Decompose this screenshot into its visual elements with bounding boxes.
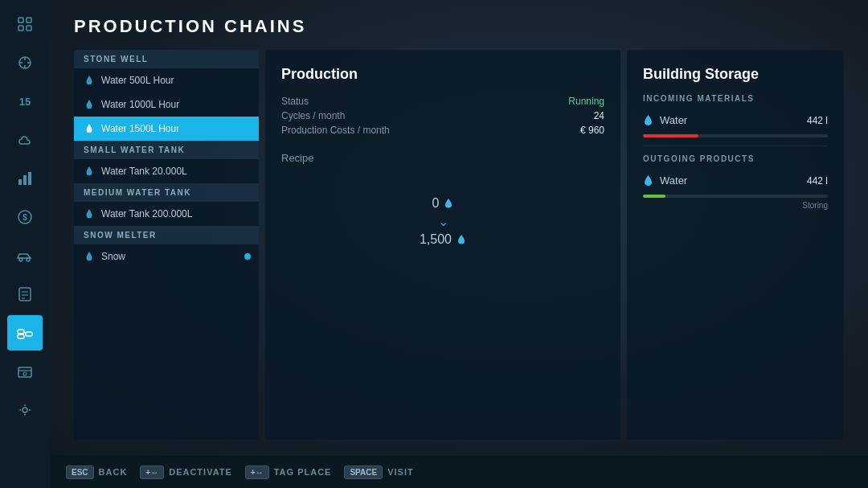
incoming-water-item: Water 442 l (643, 109, 828, 131)
deactivate-key[interactable]: +↔ (140, 465, 164, 479)
svg-text:$: $ (23, 213, 27, 222)
stat-value-cycles: 24 (594, 110, 604, 121)
sidebar-item-storage[interactable] (7, 354, 43, 389)
water-drop-icon-6 (84, 251, 95, 262)
outgoing-products-label: OUTGOING PRODUCTS (643, 154, 828, 163)
svg-rect-0 (18, 18, 23, 23)
esc-label: BACK (99, 467, 128, 477)
main-content: PRODUCTION CHAINS STONE WELL Water 500L … (50, 0, 868, 456)
outgoing-progress-container (643, 195, 828, 198)
recipe-label: Recipe (281, 152, 604, 164)
incoming-progress-container (643, 134, 828, 137)
outgoing-storing-label: Storing (643, 201, 828, 210)
svg-point-10 (19, 258, 23, 261)
svg-rect-3 (27, 26, 31, 31)
recipe-arrow-icon: ⌄ (438, 214, 448, 229)
water-drop-icon-5 (84, 208, 95, 219)
water-drop-icon-3 (84, 123, 95, 134)
category-snow-melter: SNOW MELTER (74, 226, 259, 244)
chain-item-snow[interactable]: Snow (74, 244, 259, 269)
stat-value-status: Running (568, 96, 604, 107)
sidebar-item-stats[interactable] (7, 161, 43, 196)
sidebar: 15 $ (0, 0, 50, 488)
esc-key[interactable]: ESC (66, 465, 94, 479)
active-dot (244, 125, 251, 132)
water-drop-output (457, 234, 466, 245)
recipe-output-value: 1,500 (420, 232, 466, 247)
svg-rect-6 (23, 175, 27, 185)
stat-label-costs: Production Costs / month (281, 125, 390, 136)
sidebar-item-tasks[interactable] (7, 277, 43, 312)
category-small-water-tank: SMALL WATER TANK (74, 141, 259, 159)
incoming-water-name: Water (660, 114, 807, 126)
storage-panel: Building Storage INCOMING MATERIALS Wate… (627, 50, 844, 440)
svg-rect-16 (18, 330, 24, 334)
svg-rect-2 (18, 26, 23, 31)
svg-point-22 (23, 408, 27, 412)
svg-line-19 (24, 332, 26, 334)
stat-value-costs: € 960 (580, 125, 604, 136)
chain-item-tank-200000[interactable]: Water Tank 200.000L (74, 202, 259, 226)
sidebar-item-vehicles[interactable] (7, 238, 43, 273)
sidebar-item-money[interactable]: $ (7, 199, 43, 235)
svg-point-21 (23, 372, 27, 375)
incoming-water-icon (643, 114, 653, 126)
svg-rect-1 (27, 18, 31, 23)
sidebar-item-production[interactable] (7, 45, 43, 80)
production-stats: Status Running Cycles / month 24 Product… (281, 96, 604, 136)
chain-item-label: Water 500L Hour (101, 75, 174, 86)
hotkey-deactivate: +↔ DEACTIVATE (140, 465, 232, 479)
water-drop-icon-4 (84, 166, 95, 177)
svg-rect-5 (18, 179, 22, 185)
recipe-section: Recipe 0 ⌄ 1,500 (281, 152, 604, 424)
recipe-visual: 0 ⌄ 1,500 (281, 180, 604, 263)
water-drop-small (444, 198, 453, 209)
chain-item-label-5: Water Tank 200.000L (101, 208, 192, 219)
stat-row-costs: Production Costs / month € 960 (281, 125, 604, 136)
chain-item-water-1500[interactable]: Water 1500L Hour (74, 117, 259, 141)
water-drop-icon-2 (84, 99, 95, 110)
space-key[interactable]: SPACE (344, 465, 383, 479)
storage-divider (643, 146, 828, 146)
water-drop-icon (84, 75, 95, 86)
chain-item-label-6: Snow (101, 251, 125, 262)
chain-item-label-4: Water Tank 20.000L (101, 166, 187, 177)
sidebar-item-map[interactable] (7, 6, 43, 42)
storage-title: Building Storage (643, 66, 828, 83)
svg-rect-17 (26, 332, 32, 336)
chain-item-tank-20000[interactable]: Water Tank 20.000L (74, 159, 259, 183)
production-panel: Production Status Running Cycles / month… (265, 50, 620, 440)
sidebar-item-weather[interactable] (7, 122, 43, 158)
tagplace-key[interactable]: +↔ (245, 465, 269, 479)
sidebar-item-settings[interactable] (7, 392, 43, 428)
sidebar-item-calendar[interactable]: 15 (7, 84, 43, 119)
chain-item-water-1000[interactable]: Water 1000L Hour (74, 92, 259, 117)
chains-panel: STONE WELL Water 500L Hour Water 1000L H… (74, 50, 259, 440)
category-stone-well: STONE WELL (74, 50, 259, 68)
deactivate-label: DEACTIVATE (169, 467, 232, 477)
svg-point-11 (27, 258, 30, 261)
production-title: Production (281, 66, 604, 83)
chain-item-water-500[interactable]: Water 500L Hour (74, 68, 259, 92)
outgoing-water-name: Water (660, 174, 807, 187)
outgoing-water-icon (643, 174, 653, 187)
category-medium-water-tank: MEDIUM WATER TANK (74, 183, 259, 202)
tagplace-label: TAG PLACE (274, 467, 332, 477)
incoming-materials-label: INCOMING MATERIALS (643, 94, 828, 103)
sidebar-item-chains[interactable] (7, 315, 43, 351)
hotkey-esc: ESC BACK (66, 465, 127, 479)
content-panels: STONE WELL Water 500L Hour Water 1000L H… (74, 50, 844, 440)
stat-label-status: Status (281, 96, 309, 107)
svg-rect-12 (19, 288, 31, 301)
outgoing-water-amount: 442 l (807, 175, 828, 187)
hotkey-visit: SPACE VISIT (344, 465, 413, 479)
bottom-bar: ESC BACK +↔ DEACTIVATE +↔ TAG PLACE SPAC… (50, 456, 868, 488)
svg-rect-18 (18, 334, 24, 338)
chain-item-label-2: Water 1000L Hour (101, 99, 179, 110)
incoming-progress-bar (643, 134, 698, 137)
svg-rect-7 (28, 172, 31, 185)
visit-label: VISIT (387, 467, 414, 477)
stat-row-status: Status Running (281, 96, 604, 107)
outgoing-progress-bar (643, 195, 665, 198)
recipe-input-value: 0 (432, 196, 454, 211)
